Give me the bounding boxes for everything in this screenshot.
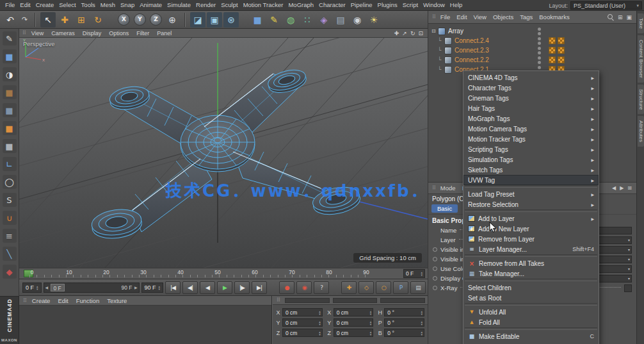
viewport-menu-item[interactable]: View bbox=[28, 30, 47, 37]
context-menu-item[interactable]: Add to Layer ▶ bbox=[463, 213, 599, 224]
object-tags[interactable] bbox=[549, 37, 565, 44]
undo-button[interactable]: ↶ bbox=[3, 12, 18, 28]
object-label[interactable]: Connect.2.3 bbox=[455, 47, 489, 54]
object-manager-menu-item[interactable]: View bbox=[471, 13, 490, 20]
rotate-view-icon[interactable]: ↻ bbox=[410, 30, 415, 37]
ruler-tool-button[interactable]: ∟ bbox=[3, 157, 17, 171]
context-menu-item[interactable]: ▦ Take Manager... ▶ bbox=[463, 268, 599, 279]
spinner-icon[interactable] bbox=[370, 310, 372, 315]
context-menu-item[interactable]: ≡ Layer Manager... Shift+F4 ▶ bbox=[463, 244, 599, 254]
size-field[interactable]: 0 cm bbox=[334, 318, 374, 327]
sculpt-tool-button[interactable]: S bbox=[3, 193, 17, 207]
material-menu-item[interactable]: Edit bbox=[54, 297, 72, 304]
object-label[interactable]: Connect.2.2 bbox=[455, 56, 489, 63]
context-menu-item[interactable]: Load Tag Preset ▶ bbox=[463, 189, 599, 199]
play-button[interactable]: ▶ bbox=[217, 281, 232, 294]
panel-grip-icon[interactable]: ⠿ bbox=[432, 14, 436, 20]
object-tags[interactable] bbox=[549, 47, 565, 54]
context-menu-item[interactable]: UVW Tag ▶ bbox=[463, 175, 599, 185]
dock-tab[interactable]: Attributes bbox=[638, 116, 644, 147]
context-menu-item[interactable]: Restore Selection ▶ bbox=[463, 199, 599, 209]
deformer-button[interactable]: ◈ bbox=[316, 12, 332, 28]
keyframe-parameter-button[interactable]: P bbox=[393, 281, 408, 294]
am-options-icon[interactable]: ⊞ bbox=[627, 185, 632, 191]
prev-key-button[interactable]: ◀| bbox=[182, 281, 198, 294]
rotation-field[interactable]: 0 ° bbox=[384, 308, 424, 316]
selection-tag-icon[interactable] bbox=[558, 56, 565, 63]
comb-tool-button[interactable]: ≡ bbox=[3, 229, 17, 243]
viewport-canvas[interactable]: Perspective 技术CG．www．qdnxxfb．cn Grid Spa… bbox=[19, 38, 428, 268]
context-menu-item[interactable]: Motion Tracker Tags ▶ bbox=[463, 134, 599, 144]
menu-item[interactable]: Select bbox=[56, 0, 78, 10]
keyframe-scale-button[interactable]: ◇ bbox=[358, 281, 374, 294]
menu-item[interactable]: Character bbox=[316, 0, 348, 10]
history-forward-icon[interactable]: ▶ bbox=[620, 185, 624, 191]
checker-ball-button[interactable]: ◑ bbox=[3, 67, 17, 81]
rotation-field[interactable]: 0 ° bbox=[384, 318, 424, 327]
pan-view-icon[interactable]: ✚ bbox=[394, 30, 399, 37]
primitive-cube-button[interactable]: ■ bbox=[250, 12, 265, 28]
context-menu-item[interactable]: Simulation Tags ▶ bbox=[463, 154, 599, 165]
size-field[interactable]: 0 cm bbox=[334, 308, 374, 316]
visibility-dots[interactable] bbox=[538, 47, 541, 54]
object-icon[interactable] bbox=[444, 66, 452, 74]
object-label[interactable]: Connect.2.4 bbox=[455, 37, 489, 44]
expander-icon[interactable] bbox=[431, 28, 438, 34]
object-row[interactable]: Connect.2.4 bbox=[428, 36, 636, 45]
dock-tab[interactable]: Content Browser bbox=[638, 35, 644, 83]
viewport-menu-item[interactable]: Panel bbox=[153, 30, 175, 37]
selection-tag-icon[interactable] bbox=[549, 37, 556, 44]
dock-tab[interactable]: Structure bbox=[638, 85, 644, 114]
menu-item[interactable]: Plugins bbox=[375, 0, 400, 10]
pen-tool-button[interactable]: ✎ bbox=[3, 31, 17, 45]
context-menu-item[interactable]: ■ Make Editable C ▶ bbox=[463, 331, 599, 341]
search-icon[interactable] bbox=[608, 14, 614, 20]
object-manager-menu-item[interactable]: File bbox=[437, 13, 453, 20]
position-field[interactable]: 0 cm bbox=[282, 318, 323, 327]
object-manager-menu-item[interactable]: Bookmarks bbox=[536, 13, 573, 20]
context-menu-item[interactable]: + Add to New Layer ▶ bbox=[463, 224, 599, 234]
spline-pen-button[interactable]: ✎ bbox=[266, 12, 282, 28]
goto-start-button[interactable]: |◀ bbox=[165, 281, 181, 294]
material-menu-item[interactable]: Texture bbox=[103, 297, 131, 304]
context-menu-item[interactable]: ⊞ Current State to Object ▶ bbox=[463, 341, 599, 344]
position-column-header[interactable] bbox=[285, 298, 330, 303]
autokeying-button[interactable]: ◉ bbox=[296, 281, 312, 294]
end-frame-input[interactable]: 90 F bbox=[141, 283, 164, 293]
viewport-menu-item[interactable]: Filter bbox=[133, 30, 153, 37]
object-manager-menu-item[interactable]: Tags bbox=[517, 13, 536, 20]
rotation-field[interactable]: 0 ° bbox=[384, 329, 424, 337]
animation-dot-icon[interactable] bbox=[433, 276, 437, 281]
object-icon[interactable] bbox=[444, 47, 452, 54]
menu-item[interactable]: Create bbox=[33, 0, 57, 10]
context-menu-item[interactable]: Set as Root ▶ bbox=[463, 293, 599, 303]
dock-tab[interactable]: Take bbox=[638, 13, 644, 33]
animation-dot-icon[interactable] bbox=[433, 257, 437, 261]
context-menu-item[interactable]: Cineman Tags ▶ bbox=[463, 93, 599, 103]
size-column-header[interactable] bbox=[333, 298, 378, 303]
spinner-icon[interactable] bbox=[421, 271, 423, 276]
object-row[interactable]: Array bbox=[428, 26, 636, 36]
magnet-tool-button[interactable]: ∪ bbox=[3, 211, 17, 225]
mouse-tool-button[interactable]: ◯ bbox=[3, 175, 17, 189]
lock-y-axis-button[interactable]: Y bbox=[134, 13, 146, 26]
object-icon[interactable] bbox=[444, 56, 452, 64]
context-menu-item[interactable]: CINEMA 4D Tags ▶ bbox=[463, 72, 599, 83]
lock-x-axis-button[interactable]: X bbox=[118, 13, 130, 26]
menu-item[interactable]: Script bbox=[400, 0, 421, 10]
panel-grip-icon[interactable]: ⠿ bbox=[432, 185, 436, 191]
menu-item[interactable]: Edit bbox=[17, 0, 33, 10]
selection-tag-icon[interactable] bbox=[549, 56, 556, 63]
spinner-icon[interactable] bbox=[370, 320, 372, 325]
brush-tool-button[interactable]: ╲ bbox=[3, 247, 17, 261]
layout-dropdown[interactable]: PS_Standard (User) ▾ bbox=[570, 1, 642, 10]
context-menu-item[interactable]: Sketch Tags ▶ bbox=[463, 165, 599, 175]
panel-grip-icon[interactable]: ⠿ bbox=[23, 298, 27, 304]
material-menu-item[interactable]: Create bbox=[28, 297, 54, 304]
cube-primitive-button[interactable]: ■ bbox=[3, 49, 17, 63]
floor-button[interactable]: ▤ bbox=[333, 12, 348, 28]
orange-cube-button[interactable]: ■ bbox=[3, 121, 17, 135]
context-menu-item[interactable]: Motion Camera Tags ▶ bbox=[463, 124, 599, 134]
object-label[interactable]: Array bbox=[448, 28, 463, 35]
spinner-icon[interactable] bbox=[421, 310, 423, 315]
